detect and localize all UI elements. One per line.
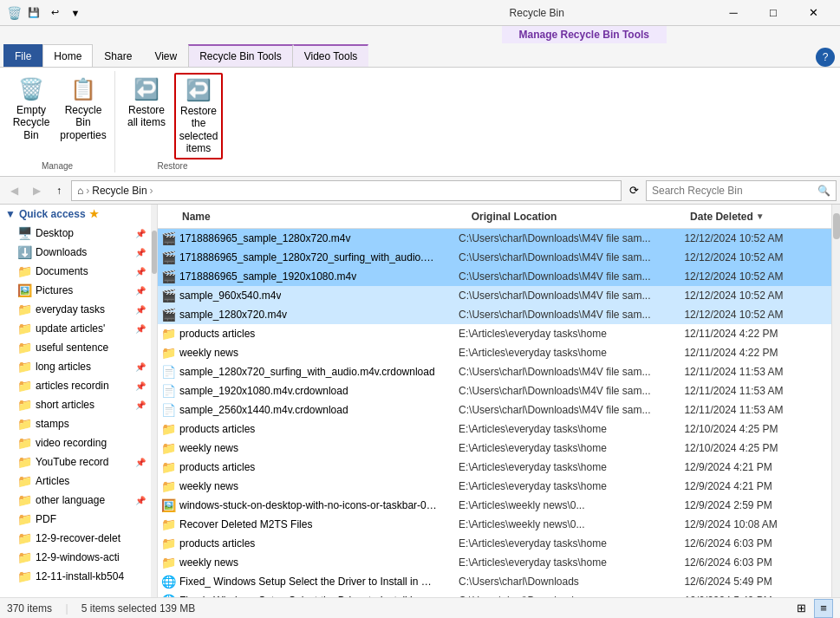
file-date-cell: 12/9/2024 2:59 PM xyxy=(677,498,831,513)
table-row[interactable]: 📁 products articles E:\Articles\everyday… xyxy=(158,458,831,477)
sidebar-item-youtube_record[interactable]: 📁 YouTube record 📌 xyxy=(0,452,151,472)
sidebar-item-desktop[interactable]: 🖥️ Desktop 📌 xyxy=(0,224,151,243)
col-header-location[interactable]: Original Location xyxy=(465,208,683,224)
pin-icon: 📌 xyxy=(135,305,146,315)
table-row[interactable]: 📄 sample_2560x1440.m4v.crdownload C:\Use… xyxy=(158,400,831,420)
col-header-name[interactable]: Name xyxy=(158,208,465,224)
sidebar-item-label: short articles xyxy=(36,399,132,411)
forward-button[interactable]: ▶ xyxy=(26,180,47,201)
sidebar-item-other_language[interactable]: 📁 other language 📌 xyxy=(0,491,151,510)
sidebar-item-stamps[interactable]: 📁 stamps xyxy=(0,414,151,433)
sidebar-item-install_kb504[interactable]: 📁 12-11-install-kb504 xyxy=(0,567,151,586)
table-row[interactable]: 🎬 sample_1280x720.m4v C:\Users\charl\Dow… xyxy=(158,305,831,324)
sidebar-item-update_articles[interactable]: 📁 update articles' 📌 xyxy=(0,319,151,338)
up-button[interactable]: ↑ xyxy=(49,180,69,201)
table-row[interactable]: 📁 products articles E:\Articles\everyday… xyxy=(158,534,831,553)
table-row[interactable]: 🖼️ windows-stuck-on-desktop-with-no-icon… xyxy=(158,496,831,515)
refresh-button[interactable]: ⟳ xyxy=(623,180,644,201)
tab-home[interactable]: Home xyxy=(42,44,93,67)
qat-save-button[interactable]: 💾 xyxy=(25,4,42,22)
table-row[interactable]: 📁 weekly news E:\Articles\everyday tasks… xyxy=(158,477,831,496)
sidebar-scrollbar-track[interactable] xyxy=(151,205,157,597)
table-row[interactable]: 📁 products articles E:\Articles\everyday… xyxy=(158,420,831,439)
file-type-icon: 📁 xyxy=(161,346,176,360)
table-row[interactable]: 📁 weekly news E:\Articles\everyday tasks… xyxy=(158,343,831,362)
file-list-scrollbar-thumb[interactable] xyxy=(833,213,840,239)
sidebar-scrollbar-thumb[interactable] xyxy=(152,231,157,274)
details-view-button[interactable]: ≡ xyxy=(814,599,833,618)
sidebar-item-articles_recording[interactable]: 📁 articles recordin 📌 xyxy=(0,376,151,395)
file-name-cell: 🎬 1718886965_sample_1920x1080.m4v xyxy=(158,268,452,285)
sidebar-item-windows_acti[interactable]: 📁 12-9-windows-acti xyxy=(0,548,151,567)
address-path[interactable]: ⌂ › Recycle Bin › xyxy=(71,180,622,201)
restore-selected-button[interactable]: ↩️ Restore theselected items xyxy=(174,73,223,159)
sidebar-item-pictures[interactable]: 🖼️ Pictures 📌 xyxy=(0,281,151,300)
file-location-cell: E:\Articles\weekly news\0... xyxy=(452,498,677,513)
help-button[interactable]: ? xyxy=(816,48,835,67)
file-name-label: weekly news xyxy=(179,347,238,359)
table-row[interactable]: 🎬 1718886965_sample_1920x1080.m4v C:\Use… xyxy=(158,267,831,286)
file-name-cell: 📁 products articles xyxy=(158,535,452,552)
pin-icon: 📌 xyxy=(135,286,146,296)
table-row[interactable]: 🎬 sample_960x540.m4v C:\Users\charl\Down… xyxy=(158,286,831,305)
pin-icon: 📌 xyxy=(135,400,146,410)
col-header-date[interactable]: Date Deleted ▼ xyxy=(683,208,831,224)
table-row[interactable]: 📁 Recover Deleted M2TS Files E:\Articles… xyxy=(158,515,831,534)
back-button[interactable]: ◀ xyxy=(3,180,24,201)
table-row[interactable]: 📁 products articles E:\Articles\everyday… xyxy=(158,324,831,343)
qat-undo-button[interactable]: ↩ xyxy=(46,4,63,22)
sidebar-item-icon: 📁 xyxy=(17,493,32,507)
search-box[interactable]: 🔍 xyxy=(646,180,837,201)
tab-view[interactable]: View xyxy=(143,44,188,67)
table-row[interactable]: 📄 sample_1280x720_surfing_with_audio.m4v… xyxy=(158,362,831,381)
file-list-scrollbar-track[interactable] xyxy=(831,205,840,597)
table-row[interactable]: 🎬 1718886965_sample_1280x720.m4v C:\User… xyxy=(158,229,831,248)
item-count: 370 items xyxy=(7,602,52,615)
sidebar-item-icon: 📁 xyxy=(17,264,32,278)
empty-recycle-bin-icon: 🗑️ xyxy=(18,77,44,102)
file-date-cell: 12/12/2024 10:52 AM xyxy=(677,288,831,303)
sidebar-item-short_articles[interactable]: 📁 short articles 📌 xyxy=(0,395,151,414)
search-input[interactable] xyxy=(652,185,814,197)
pin-icon: 📌 xyxy=(135,496,146,505)
empty-recycle-bin-button[interactable]: 🗑️ EmptyRecycle Bin xyxy=(7,73,55,146)
tab-recycle-bin-tools[interactable]: Recycle Bin Tools xyxy=(188,44,293,67)
quick-access-header[interactable]: ▼ Quick access ★ xyxy=(0,205,151,224)
sidebar-item-video_recording[interactable]: 📁 video recording xyxy=(0,433,151,452)
sidebar-item-long_articles[interactable]: 📁 long articles 📌 xyxy=(0,357,151,376)
file-name-cell: 📄 sample_2560x1440.m4v.crdownload xyxy=(158,401,452,419)
sidebar-item-everyday_tasks[interactable]: 📁 everyday tasks 📌 xyxy=(0,300,151,319)
table-row[interactable]: 📁 weekly news E:\Articles\everyday tasks… xyxy=(158,553,831,572)
sidebar-item-articles[interactable]: 📁 Articles xyxy=(0,472,151,491)
table-row[interactable]: 🎬 1718886965_sample_1280x720_surfing_wit… xyxy=(158,248,831,267)
sidebar-item-label: update articles' xyxy=(36,322,132,335)
restore-all-button[interactable]: ↩️ Restoreall items xyxy=(122,73,171,133)
window-icon: 🗑️ xyxy=(7,6,22,20)
sidebar-item-useful_sentence[interactable]: 📁 useful sentence xyxy=(0,338,151,357)
file-type-icon: 📄 xyxy=(161,365,176,379)
tab-file[interactable]: File xyxy=(3,44,42,67)
sidebar-item-recover_delet[interactable]: 📁 12-9-recover-delet xyxy=(0,529,151,548)
table-row[interactable]: 🌐 Fixed_ Windows Setup Select the Driver… xyxy=(158,572,831,591)
tab-video-tools[interactable]: Video Tools xyxy=(293,44,369,67)
file-name-cell: 🎬 1718886965_sample_1280x720_surfing_wit… xyxy=(158,249,452,266)
table-row[interactable]: 📁 weekly news E:\Articles\everyday tasks… xyxy=(158,439,831,458)
address-path-label: Recycle Bin xyxy=(92,185,147,197)
tab-share[interactable]: Share xyxy=(93,44,143,67)
sidebar-item-label: Documents xyxy=(36,265,132,277)
minimize-button[interactable]: ─ xyxy=(713,0,753,26)
file-name-label: weekly news xyxy=(179,556,238,569)
close-button[interactable]: ✕ xyxy=(793,0,833,26)
qat-customize-button[interactable]: ▼ xyxy=(67,4,84,22)
table-row[interactable]: 🌐 Fixed_ Windows Setup Select the Driver… xyxy=(158,591,831,597)
maximize-button[interactable]: □ xyxy=(753,0,793,26)
large-icons-view-button[interactable]: ⊞ xyxy=(791,599,811,618)
sidebar-item-documents[interactable]: 📁 Documents 📌 xyxy=(0,262,151,281)
file-type-icon: 🎬 xyxy=(161,270,176,283)
sidebar-item-downloads[interactable]: ⬇️ Downloads 📌 xyxy=(0,243,151,262)
ribbon-group-manage: 🗑️ EmptyRecycle Bin 📋 Recycle Binpropert… xyxy=(0,71,115,172)
recycle-bin-properties-button[interactable]: 📋 Recycle Binproperties xyxy=(59,73,107,146)
sidebar-item-pdf[interactable]: 📁 PDF xyxy=(0,510,151,529)
main-area: ▼ Quick access ★ 🖥️ Desktop 📌 ⬇️ Downloa… xyxy=(0,205,840,597)
table-row[interactable]: 📄 sample_1920x1080.m4v.crdownload C:\Use… xyxy=(158,381,831,400)
